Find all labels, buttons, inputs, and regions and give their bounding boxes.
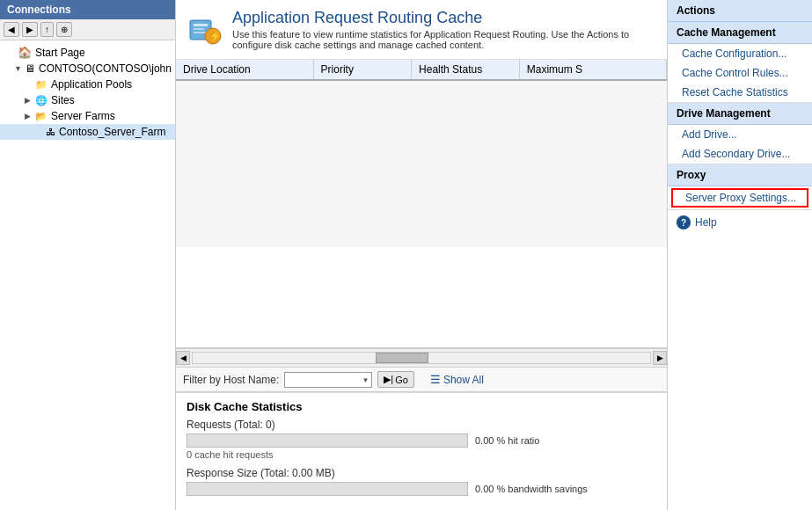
sidebar-item-contoso[interactable]: ▼ 🖥 CONTOSO(CONTOSO\john: [0, 61, 175, 76]
page-description: Use this feature to view runtime statist…: [232, 29, 655, 50]
sidebar-tree: 🏠 Start Page ▼ 🖥 CONTOSO(CONTOSO\john 📁 …: [0, 40, 175, 510]
sidebar-item-server-farms[interactable]: ▶ 📂 Server Farms: [0, 108, 175, 124]
col-priority: Priority: [313, 60, 412, 80]
svg-text:⚡: ⚡: [209, 30, 222, 42]
sidebar-label-contoso-farm: Contoso_Server_Farm: [59, 126, 165, 138]
sidebar-label-sites: Sites: [51, 94, 75, 106]
content-header-text: Application Request Routing Cache Use th…: [232, 9, 655, 50]
col-maximum-s: Maximum S: [519, 60, 666, 80]
actions-title: Actions: [668, 0, 812, 22]
sites-icon: 🌐: [35, 95, 48, 106]
sidebar-item-start-page[interactable]: 🏠 Start Page: [0, 44, 175, 61]
sidebar-add-button[interactable]: ⊕: [56, 22, 72, 37]
sidebar-up-button[interactable]: ↑: [40, 22, 54, 37]
sidebar-label-start-page: Start Page: [35, 47, 85, 59]
add-drive-link[interactable]: Add Drive...: [668, 125, 812, 144]
reset-cache-statistics-link[interactable]: Reset Cache Statistics: [668, 83, 812, 102]
stats-title: Disk Cache Statistics: [187, 400, 656, 413]
svg-rect-3: [194, 32, 206, 33]
page-icon: ⚡: [188, 13, 222, 47]
help-label: Help: [695, 216, 717, 229]
drive-management-title: Drive Management: [668, 103, 812, 125]
requests-bar-row: 0.00 % hit ratio: [187, 434, 656, 448]
drive-management-section: Drive Management Add Drive... Add Second…: [668, 103, 812, 164]
requests-bar: [187, 434, 468, 448]
requests-hit-count: 0 cache hit requests: [187, 449, 656, 460]
sidebar-label-app-pools: Application Pools: [51, 78, 132, 91]
scroll-thumb[interactable]: [376, 353, 428, 363]
tree-arrow-contoso: ▼: [14, 64, 25, 73]
cache-management-title: Cache Management: [668, 22, 812, 44]
filter-go-button[interactable]: ▶| Go: [377, 371, 414, 388]
content-header: ⚡ Application Request Routing Cache Use …: [176, 0, 667, 60]
server-farms-icon: 📂: [35, 111, 48, 122]
main-content: ⚡ Application Request Routing Cache Use …: [176, 0, 667, 510]
actions-section-header: Actions: [668, 0, 812, 22]
sidebar-header: Connections: [0, 0, 175, 19]
sidebar-label-contoso: CONTOSO(CONTOSO\john: [39, 62, 172, 75]
show-all-icon: ☰: [430, 373, 441, 386]
data-table-area: Drive Location Priority Health Status Ma…: [176, 60, 667, 348]
svg-rect-2: [194, 28, 204, 30]
horizontal-scrollbar[interactable]: ◀ ▶: [176, 348, 667, 368]
sidebar-item-app-pools[interactable]: 📁 Application Pools: [0, 76, 175, 92]
help-icon: ?: [677, 215, 691, 230]
contoso-icon: 🖥: [25, 62, 35, 75]
col-drive-location: Drive Location: [176, 60, 313, 80]
filter-select-wrap: [284, 372, 372, 388]
filter-host-select[interactable]: [284, 372, 372, 388]
sidebar-back-button[interactable]: ◀: [4, 22, 19, 37]
response-stat-row: Response Size (Total: 0.00 MB) 0.00 % ba…: [187, 467, 656, 496]
proxy-section: Proxy Server Proxy Settings...: [668, 164, 812, 208]
show-all-button[interactable]: ☰ Show All: [427, 371, 487, 388]
col-health-status: Health Status: [412, 60, 520, 80]
cache-table: Drive Location Priority Health Status Ma…: [176, 60, 667, 247]
filter-label: Filter by Host Name:: [183, 374, 279, 386]
svg-rect-1: [194, 24, 208, 26]
contoso-farm-icon: 🖧: [46, 127, 55, 137]
show-all-label: Show All: [443, 374, 484, 386]
stats-area: Disk Cache Statistics Requests (Total: 0…: [176, 392, 667, 510]
response-bar: [187, 482, 468, 496]
start-page-icon: 🏠: [18, 46, 32, 59]
scroll-left-button[interactable]: ◀: [176, 351, 190, 365]
sidebar-item-sites[interactable]: ▶ 🌐 Sites: [0, 92, 175, 108]
tree-arrow-sites: ▶: [25, 96, 35, 105]
proxy-title: Proxy: [668, 164, 812, 186]
sidebar-label-server-farms: Server Farms: [51, 110, 115, 122]
response-label: Response Size (Total: 0.00 MB): [187, 467, 656, 479]
app-pools-icon: 📁: [35, 79, 48, 91]
cache-control-rules-link[interactable]: Cache Control Rules...: [668, 63, 812, 83]
requests-label: Requests (Total: 0): [187, 419, 656, 431]
add-secondary-drive-link[interactable]: Add Secondary Drive...: [668, 144, 812, 164]
cache-configuration-link[interactable]: Cache Configuration...: [668, 44, 812, 63]
cache-management-section: Cache Management Cache Configuration... …: [668, 22, 812, 102]
sidebar-toolbar: ◀ ▶ ↑ ⊕: [0, 19, 175, 40]
tree-arrow-server-farms: ▶: [25, 112, 35, 120]
server-proxy-settings-link[interactable]: Server Proxy Settings...: [671, 188, 808, 208]
filter-bar: Filter by Host Name: ▶| Go ☰ Show All: [176, 368, 667, 392]
requests-stat-row: Requests (Total: 0) 0.00 % hit ratio 0 c…: [187, 419, 656, 460]
response-bar-row: 0.00 % bandwidth savings: [187, 482, 656, 496]
requests-hit-ratio: 0.00 % hit ratio: [475, 435, 539, 446]
table-empty-row: [176, 80, 667, 247]
sidebar: Connections ◀ ▶ ↑ ⊕ 🏠 Start Page ▼ 🖥 CON…: [0, 0, 176, 510]
response-bandwidth: 0.00 % bandwidth savings: [475, 484, 588, 494]
sidebar-forward-button[interactable]: ▶: [22, 22, 38, 37]
sidebar-item-contoso-server-farm[interactable]: 🖧 Contoso_Server_Farm: [0, 124, 175, 140]
scroll-track[interactable]: [192, 352, 651, 364]
scroll-right-button[interactable]: ▶: [653, 351, 667, 365]
page-title: Application Request Routing Cache: [232, 9, 655, 27]
actions-panel: Actions Cache Management Cache Configura…: [667, 0, 812, 510]
go-icon: ▶|: [384, 374, 393, 385]
go-label: Go: [395, 375, 408, 385]
help-item[interactable]: ? Help: [668, 210, 812, 235]
